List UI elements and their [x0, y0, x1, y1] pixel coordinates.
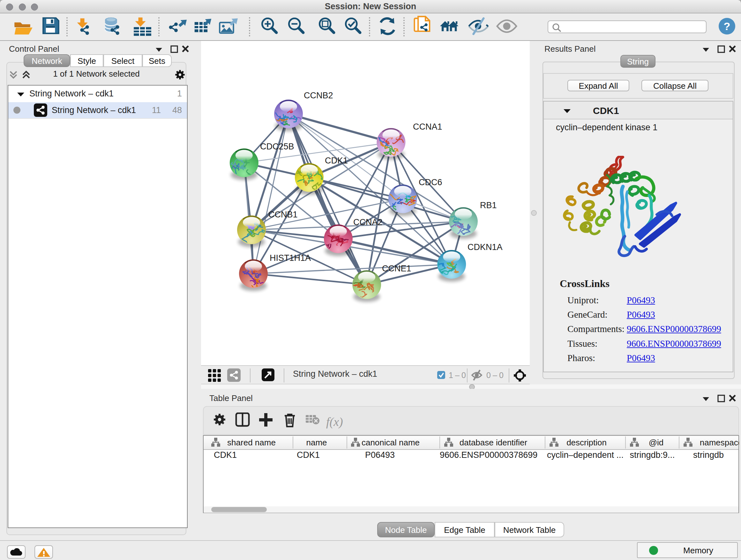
svg-text:name: name [306, 438, 327, 447]
svg-text:CCNB2: CCNB2 [304, 91, 333, 100]
svg-text:CCNA1: CCNA1 [413, 122, 442, 132]
svg-text:canonical name: canonical name [361, 438, 420, 447]
svg-text:f(x): f(x) [326, 415, 343, 429]
svg-text:CCNB1: CCNB1 [268, 210, 298, 219]
svg-text:CCNA2: CCNA2 [353, 217, 383, 227]
svg-text:database identifier: database identifier [460, 438, 528, 447]
svg-text:CDK1: CDK1 [325, 156, 348, 165]
svg-text:1 – 0: 1 – 0 [449, 371, 466, 380]
svg-text:namespace: namespace [700, 438, 739, 447]
svg-text:@id: @id [649, 438, 664, 447]
svg-text:CDC25B: CDC25B [260, 142, 294, 151]
svg-text:CDKN1A: CDKN1A [468, 242, 502, 252]
svg-text:RB1: RB1 [480, 200, 497, 210]
svg-text:0 – 0: 0 – 0 [486, 371, 503, 380]
svg-text:HIST1H1A: HIST1H1A [270, 253, 311, 263]
svg-text:CCNE1: CCNE1 [382, 264, 411, 273]
svg-text:shared name: shared name [227, 438, 276, 447]
svg-text:CDC6: CDC6 [419, 178, 442, 187]
svg-text:?: ? [724, 20, 731, 32]
svg-text:description: description [566, 438, 607, 447]
